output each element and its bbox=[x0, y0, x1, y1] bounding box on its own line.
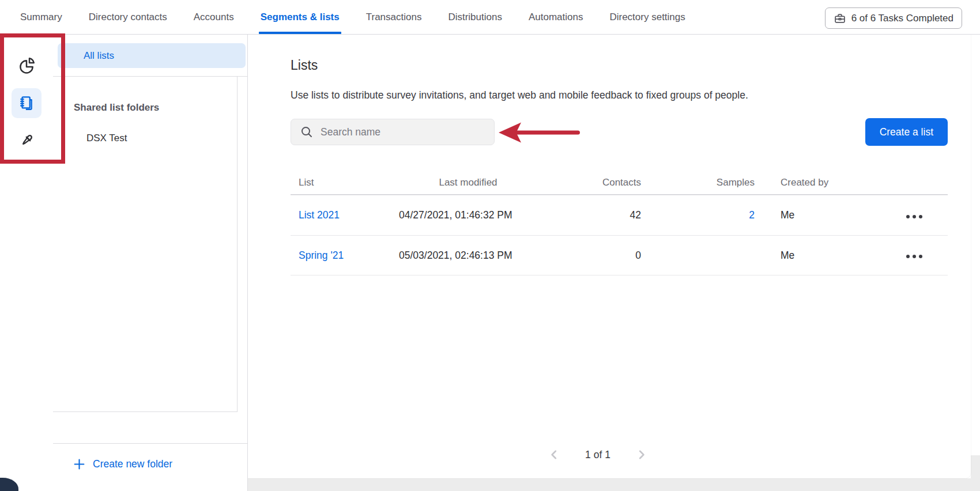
contacts-value: 0 bbox=[537, 250, 647, 262]
all-lists-label: All lists bbox=[84, 50, 114, 62]
tab-transactions[interactable]: Transactions bbox=[353, 0, 435, 34]
sidebar-item-all-lists[interactable]: All lists bbox=[58, 43, 246, 68]
pagination: 1 of 1 bbox=[248, 447, 948, 462]
list-link[interactable]: List 2021 bbox=[299, 209, 340, 221]
directory-tabs: Summary Directory contacts Accounts Segm… bbox=[7, 0, 699, 34]
create-new-folder-button[interactable]: Create new folder bbox=[53, 458, 247, 470]
top-navigation: Summary Directory contacts Accounts Segm… bbox=[0, 0, 980, 35]
tasks-completed-label: 6 of 6 Tasks Completed bbox=[851, 13, 953, 24]
table-row: Spring '21 05/03/2021, 02:46:13 PM 0 Me bbox=[291, 235, 948, 275]
page-title: Lists bbox=[291, 58, 948, 73]
sample-eyedropper-icon[interactable] bbox=[12, 126, 42, 156]
pagination-prev-button[interactable] bbox=[547, 447, 561, 462]
tab-summary[interactable]: Summary bbox=[7, 0, 76, 34]
tab-directory-settings[interactable]: Directory settings bbox=[596, 0, 698, 34]
tab-segments-and-lists[interactable]: Segments & lists bbox=[247, 0, 353, 34]
pagination-next-button[interactable] bbox=[635, 447, 649, 462]
list-link[interactable]: Spring '21 bbox=[299, 250, 344, 261]
col-header-list: List bbox=[291, 177, 399, 188]
lists-table: List Last modified Contacts Samples Crea… bbox=[291, 171, 948, 275]
last-modified-value: 04/27/2021, 01:46:32 PM bbox=[399, 209, 537, 221]
folder-item-dsx-test[interactable]: DSX Test bbox=[53, 133, 237, 144]
plus-icon bbox=[73, 458, 85, 470]
table-header-row: List Last modified Contacts Samples Crea… bbox=[291, 171, 948, 195]
search-input[interactable] bbox=[321, 126, 476, 138]
col-header-samples: Samples bbox=[647, 177, 760, 188]
chevron-right-icon bbox=[637, 453, 646, 462]
tab-automations[interactable]: Automations bbox=[515, 0, 597, 34]
briefcase-icon bbox=[834, 12, 846, 25]
segments-pie-icon[interactable] bbox=[12, 51, 42, 81]
tasks-completed-button[interactable]: 6 of 6 Tasks Completed bbox=[825, 7, 962, 29]
create-folder-label: Create new folder bbox=[93, 458, 172, 470]
samples-link[interactable]: 2 bbox=[749, 209, 755, 221]
shared-folders-heading: Shared list folders bbox=[53, 77, 237, 114]
created-by-value: Me bbox=[760, 209, 879, 221]
create-a-list-button[interactable]: Create a list bbox=[865, 118, 948, 146]
lists-sidebar: All lists Shared list folders DSX Test C… bbox=[53, 35, 248, 491]
search-box[interactable] bbox=[291, 119, 495, 145]
row-actions-button[interactable] bbox=[905, 211, 924, 222]
col-header-created-by: Created by bbox=[760, 177, 879, 188]
tab-distributions[interactable]: Distributions bbox=[435, 0, 515, 34]
page-description: Use lists to distribute survey invitatio… bbox=[291, 89, 948, 101]
tab-directory-contacts[interactable]: Directory contacts bbox=[76, 0, 180, 34]
last-modified-value: 05/03/2021, 02:46:13 PM bbox=[399, 250, 537, 262]
sidebar-gap bbox=[53, 412, 247, 444]
chevron-left-icon bbox=[549, 453, 559, 462]
created-by-value: Me bbox=[760, 250, 879, 262]
contacts-value: 42 bbox=[537, 209, 647, 221]
table-row: List 2021 04/27/2021, 01:46:32 PM 42 2 M… bbox=[291, 195, 948, 235]
lists-notebook-icon[interactable] bbox=[12, 88, 42, 118]
lists-panel: Lists Use lists to distribute survey inv… bbox=[248, 35, 971, 478]
pagination-label: 1 of 1 bbox=[585, 449, 610, 461]
app-icon-rail bbox=[0, 35, 53, 491]
page-background-strip bbox=[248, 478, 980, 491]
page-background-strip-right bbox=[971, 455, 980, 478]
row-actions-button[interactable] bbox=[905, 251, 924, 262]
col-header-modified: Last modified bbox=[399, 177, 537, 188]
search-icon bbox=[300, 125, 314, 139]
tab-accounts[interactable]: Accounts bbox=[180, 0, 247, 34]
shared-folders-panel: Shared list folders DSX Test bbox=[53, 77, 238, 412]
col-header-contacts: Contacts bbox=[537, 177, 647, 188]
annotation-arrow bbox=[497, 120, 583, 147]
